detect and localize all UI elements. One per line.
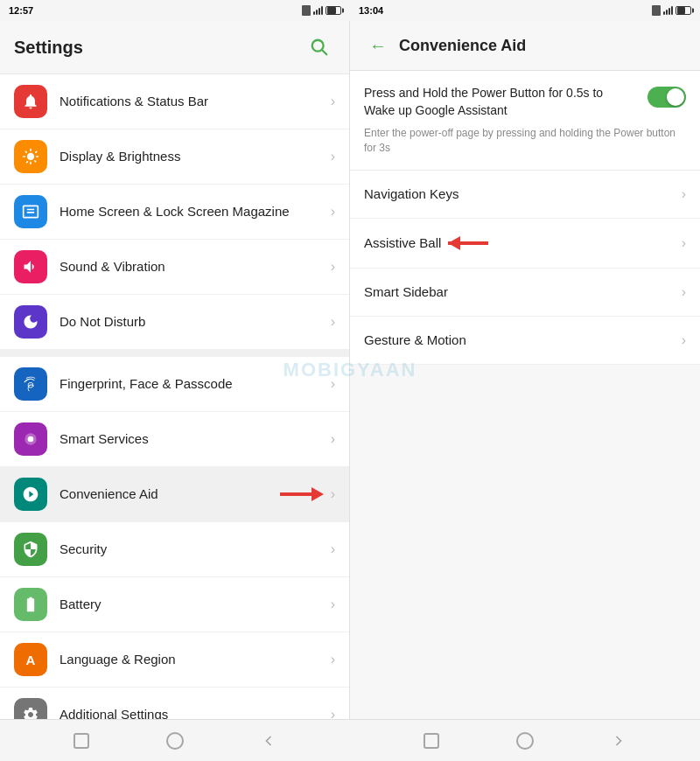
donotdisturb-chevron: › [331, 314, 335, 330]
left-status-bar: 12:57 [0, 0, 350, 21]
nav-circle-left[interactable] [163, 729, 187, 753]
language-label: Language & Region [60, 651, 324, 668]
sound-icon [14, 250, 47, 283]
nav-triangle-right[interactable] [606, 729, 631, 753]
donotdisturb-icon [14, 305, 47, 339]
back-arrow-icon: ← [369, 36, 387, 56]
security-icon [14, 533, 47, 566]
status-bars: 12:57 13:04 [0, 0, 700, 21]
right-menu-item-assistiveball[interactable]: Assistive Ball › [350, 219, 700, 269]
settings-item-additional[interactable]: Additional Settings › [0, 688, 349, 719]
additional-label: Additional Settings [60, 706, 324, 719]
battery-icon-left [326, 6, 341, 15]
settings-item-security[interactable]: Security › [0, 522, 349, 577]
right-time: 13:04 [359, 5, 383, 16]
fingerprint-chevron: › [331, 376, 335, 392]
convenienceaid-label: Convenience Aid [60, 485, 280, 503]
security-chevron: › [331, 541, 335, 557]
convenienceaid-icon [14, 478, 47, 511]
right-menu-item-smartsidebar[interactable]: Smart Sidebar › [350, 269, 700, 317]
display-label: Display & Brightness [60, 148, 324, 165]
right-header: ← Convenience Aid [350, 21, 700, 71]
nav-triangle-left[interactable] [256, 729, 281, 753]
convenienceaid-chevron: › [331, 486, 335, 502]
smartsidebar-label: Smart Sidebar [364, 284, 448, 299]
nav-square-left[interactable] [69, 729, 94, 753]
notifications-label: Notifications & Status Bar [60, 93, 324, 110]
homescreen-icon [14, 195, 47, 228]
assistiveball-arrow [448, 234, 500, 252]
svg-point-3 [28, 436, 34, 443]
left-time: 12:57 [9, 5, 33, 16]
convenienceaid-arrow [280, 485, 324, 503]
main-content: MOBIGYAAN Settings Notifications & Statu… [0, 21, 700, 719]
fingerprint-icon [14, 367, 47, 401]
notifications-chevron: › [331, 94, 335, 109]
nav-square-right[interactable] [419, 729, 444, 753]
assistiveball-row: Assistive Ball [364, 234, 500, 252]
right-signal-bars [663, 6, 673, 15]
language-chevron: › [331, 652, 335, 667]
power-title-text: Press and Hold the Power Button for 0.5s… [364, 85, 637, 119]
settings-item-smartservices[interactable]: Smart Services › [0, 412, 349, 467]
battery-icon [14, 588, 47, 621]
settings-item-donotdisturb[interactable]: Do Not Disturb › [0, 295, 349, 350]
sim-icon [302, 5, 311, 16]
right-panel: ← Convenience Aid Press and Hold the Pow… [350, 21, 700, 719]
navkeys-label: Navigation Keys [364, 186, 458, 201]
additional-chevron: › [331, 707, 335, 719]
notifications-icon [14, 85, 47, 118]
svg-line-1 [322, 50, 326, 54]
settings-item-sound[interactable]: Sound & Vibration › [0, 240, 349, 295]
navkeys-chevron: › [682, 186, 686, 202]
left-panel: Settings Notifications & Status Bar › [0, 21, 350, 719]
right-title: Convenience Aid [399, 37, 526, 55]
display-icon [14, 140, 47, 173]
settings-item-convenienceaid[interactable]: Convenience Aid › [0, 467, 349, 522]
display-chevron: › [331, 149, 335, 164]
homescreen-label: Home Screen & Lock Screen Magazine [60, 203, 324, 220]
assistiveball-label: Assistive Ball [364, 235, 441, 250]
power-toggle-row: Press and Hold the Power Button for 0.5s… [364, 85, 686, 119]
settings-item-language[interactable]: A Language & Region › [0, 632, 349, 688]
right-status-icons [652, 5, 691, 16]
right-status-bar: 13:04 [350, 0, 700, 21]
bottom-navs [0, 719, 700, 761]
signal-bars [313, 6, 323, 15]
security-label: Security [60, 541, 324, 558]
fingerprint-label: Fingerprint, Face & Passcode [60, 375, 324, 393]
settings-list: Notifications & Status Bar › Display & B… [0, 74, 349, 719]
additional-icon [14, 698, 47, 719]
settings-item-notifications[interactable]: Notifications & Status Bar › [0, 74, 349, 129]
search-button[interactable] [304, 31, 335, 63]
gesture-chevron: › [682, 332, 686, 348]
back-button[interactable]: ← [364, 31, 392, 59]
donotdisturb-label: Do Not Disturb [60, 313, 324, 331]
settings-header: Settings [0, 21, 349, 74]
smartservices-label: Smart Services [60, 430, 324, 448]
power-section: Press and Hold the Power Button for 0.5s… [350, 71, 700, 171]
language-icon: A [14, 643, 47, 676]
homescreen-chevron: › [331, 204, 335, 220]
settings-item-battery[interactable]: Battery › [0, 577, 349, 632]
battery-label: Battery [60, 596, 324, 613]
right-menu-item-gesture[interactable]: Gesture & Motion › [350, 317, 700, 365]
settings-item-homescreen[interactable]: Home Screen & Lock Screen Magazine › [0, 185, 349, 240]
left-status-icons [302, 5, 341, 16]
battery-icon-right [676, 6, 691, 15]
sound-label: Sound & Vibration [60, 258, 324, 276]
power-toggle[interactable] [648, 87, 686, 108]
battery-chevron: › [331, 597, 335, 612]
smartservices-icon [14, 422, 47, 456]
smartservices-chevron: › [331, 431, 335, 447]
gesture-label: Gesture & Motion [364, 332, 466, 347]
section-divider-1 [0, 350, 349, 357]
right-content: Press and Hold the Power Button for 0.5s… [350, 71, 700, 719]
right-bottom-nav [350, 719, 700, 761]
settings-item-fingerprint[interactable]: Fingerprint, Face & Passcode › [0, 357, 349, 412]
nav-circle-right[interactable] [513, 729, 537, 753]
power-desc: Enter the power-off page by pressing and… [364, 126, 686, 156]
settings-item-display[interactable]: Display & Brightness › [0, 129, 349, 185]
left-bottom-nav [0, 719, 350, 761]
right-menu-item-navkeys[interactable]: Navigation Keys › [350, 171, 700, 219]
